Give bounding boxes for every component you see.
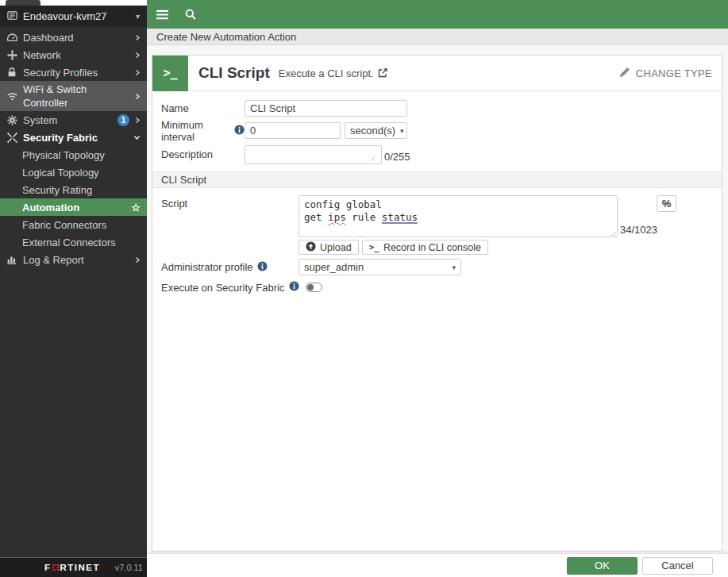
search-icon[interactable] (184, 8, 197, 21)
main-content: Create New Automation Action >_ CLI Scri… (147, 0, 728, 577)
automation-action-card: >_ CLI Script Execute a CLI script. CHAN… (152, 55, 722, 552)
sidebar-item-label: WiFi & Switch Controller (23, 83, 129, 110)
description-label: Description (161, 148, 245, 160)
cli-script-section-header: CLI Script (152, 171, 722, 188)
caret-down-icon: ▾ (400, 127, 404, 135)
caret-down-icon: ▾ (452, 263, 456, 271)
section-title: CLI Script (161, 174, 206, 186)
info-icon[interactable] (234, 125, 245, 137)
name-row: Name (152, 98, 722, 117)
chevron-right-icon (134, 52, 141, 59)
wifi-icon (6, 90, 18, 102)
pencil-icon (619, 67, 630, 80)
fortinet-logo: F RTINET (44, 563, 100, 572)
administrator-profile-label: Administrator profile (161, 261, 299, 274)
resize-handle[interactable] (611, 230, 616, 236)
description-counter: 0/255 (384, 151, 410, 164)
name-input[interactable] (245, 100, 407, 117)
script-block: Script config global get ips rule status… (152, 188, 722, 275)
sidebar-item-network[interactable]: Network (0, 46, 147, 63)
script-label: Script (161, 195, 299, 210)
action-form: Name Minimum interval second(s) ▾ Descri… (152, 91, 722, 165)
minimum-interval-label: Minimum interval (161, 119, 245, 143)
description-textarea[interactable] (245, 145, 382, 164)
underlined-word: status (382, 211, 418, 223)
chevron-right-icon (134, 34, 141, 41)
execute-on-security-fabric-row: Execute on Security Fabric (152, 281, 722, 294)
logo-text-right: RTINET (60, 563, 101, 572)
sidebar-item-security-fabric[interactable]: Security Fabric (0, 129, 147, 146)
logo-text-left: F (44, 563, 52, 572)
sidebar: Endeavour-kvm27 ▾ Dashboard Network Secu… (0, 0, 147, 577)
record-label: Record in CLI console (383, 242, 481, 253)
hostname-selector[interactable]: Endeavour-kvm27 ▾ (0, 6, 147, 27)
interval-unit-value: second(s) (350, 125, 395, 137)
device-icon (6, 10, 18, 24)
sidebar-item-security-rating[interactable]: Security Rating (0, 181, 147, 198)
chevron-right-icon (134, 69, 141, 76)
hamburger-menu-icon[interactable] (156, 10, 169, 20)
sidebar-item-log-report[interactable]: Log & Report (0, 251, 147, 268)
gauge-icon (6, 32, 18, 44)
caret-down-icon: ▾ (136, 12, 140, 21)
firmware-version: v7.0.11 (115, 563, 143, 572)
administrator-profile-row: Administrator profile super_admin ▾ (161, 259, 722, 275)
description-row: Description 0/255 (152, 144, 722, 165)
sidebar-item-dashboard[interactable]: Dashboard (0, 29, 147, 46)
breadcrumb: Create New Automation Action (147, 29, 728, 45)
bar-chart-icon (6, 254, 18, 265)
chevron-right-icon (134, 93, 141, 100)
sidebar-item-security-profiles[interactable]: Security Profiles (0, 63, 147, 81)
upload-button[interactable]: Upload (299, 240, 359, 255)
minimum-interval-input[interactable] (245, 122, 341, 139)
sidebar-top-cap (0, 0, 147, 6)
fabric-icon (6, 132, 18, 144)
record-cli-console-button[interactable]: >_ Record in CLI console (362, 240, 488, 255)
sidebar-item-logical-topology[interactable]: Logical Topology (0, 163, 147, 181)
top-navbar (147, 0, 728, 29)
administrator-profile-value: super_admin (304, 261, 364, 273)
chevron-down-icon (133, 134, 141, 140)
change-type-button[interactable]: CHANGE TYPE (619, 67, 712, 80)
gear-icon (6, 114, 18, 126)
action-type-header: >_ CLI Script Execute a CLI script. CHAN… (152, 56, 722, 91)
upload-icon (306, 241, 316, 254)
minimum-interval-label-text: Minimum interval (161, 119, 230, 143)
sidebar-item-system[interactable]: System 1 (0, 111, 147, 129)
sidebar-footer: F RTINET v7.0.11 (0, 557, 147, 577)
sidebar-item-label: System (23, 114, 113, 126)
administrator-profile-select[interactable]: super_admin ▾ (299, 259, 461, 275)
move-arrows-icon (6, 49, 18, 61)
chevron-right-icon (134, 117, 141, 124)
sidebar-item-automation[interactable]: Automation ☆ (0, 198, 147, 216)
action-type-title: CLI Script (198, 64, 270, 82)
execute-fabric-toggle[interactable] (306, 283, 322, 292)
execute-fabric-label: Execute on Security Fabric (161, 282, 284, 294)
minimum-interval-row: Minimum interval second(s) ▾ (152, 117, 722, 144)
sidebar-menu: Dashboard Network Security Profiles WiFi… (0, 27, 147, 557)
script-textarea[interactable]: config global get ips rule status (299, 195, 618, 237)
sidebar-item-wifi-switch-controller[interactable]: WiFi & Switch Controller (0, 81, 147, 111)
ok-button[interactable]: OK (567, 557, 637, 575)
upload-label: Upload (320, 242, 352, 253)
form-footer: OK Cancel (147, 553, 728, 577)
info-icon[interactable] (257, 261, 268, 274)
administrator-profile-label-text: Administrator profile (161, 261, 253, 273)
interval-unit-select[interactable]: second(s) ▾ (345, 122, 407, 139)
cancel-button[interactable]: Cancel (642, 557, 713, 575)
favorite-star-icon[interactable]: ☆ (131, 202, 141, 213)
change-type-label: CHANGE TYPE (636, 67, 712, 79)
sidebar-item-label: Dashboard (23, 32, 129, 44)
sidebar-item-external-connectors[interactable]: External Connectors (0, 233, 147, 251)
sidebar-item-label: External Connectors (22, 237, 116, 248)
script-line-1: config global (304, 198, 612, 211)
sidebar-item-label: Physical Topology (22, 149, 105, 161)
sidebar-item-physical-topology[interactable]: Physical Topology (0, 146, 147, 163)
insert-variable-button[interactable]: % (657, 195, 676, 212)
sidebar-item-label: Security Fabric (23, 132, 129, 144)
info-icon[interactable] (289, 281, 299, 294)
action-type-subtitle: Execute a CLI script. (279, 67, 387, 79)
external-link-icon[interactable] (378, 68, 387, 78)
chevron-right-icon (134, 256, 141, 263)
sidebar-item-fabric-connectors[interactable]: Fabric Connectors (0, 216, 147, 233)
